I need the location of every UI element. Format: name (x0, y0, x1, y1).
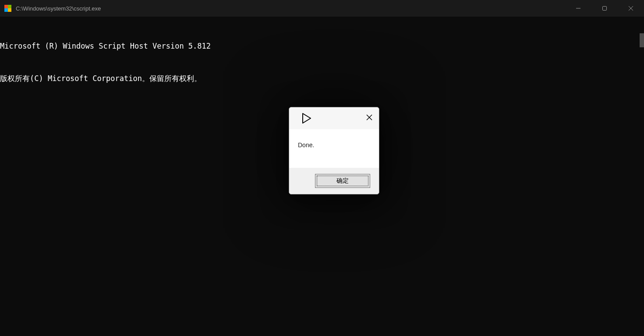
dialog-message: Done. (298, 141, 314, 149)
console-line: 版权所有(C) Microsoft Corporation。保留所有权利。 (0, 73, 644, 84)
app-icon (4, 5, 11, 12)
svg-rect-1 (603, 7, 607, 11)
play-icon (301, 113, 312, 124)
ok-button[interactable]: 确定 (315, 174, 370, 188)
dialog-body: Done. (289, 129, 379, 168)
dialog-close-button[interactable] (364, 112, 375, 124)
message-dialog: Done. 确定 (289, 107, 379, 195)
title-left: C:\Windows\system32\cscript.exe (4, 5, 101, 12)
dialog-footer: 确定 (289, 168, 379, 194)
dialog-header[interactable] (289, 107, 379, 129)
close-button[interactable] (618, 0, 644, 17)
window-controls (565, 0, 644, 17)
scrollbar-thumb[interactable] (640, 33, 644, 47)
title-bar: C:\Windows\system32\cscript.exe (0, 0, 644, 17)
console-output: Microsoft (R) Windows Script Host Versio… (0, 17, 644, 95)
window-title: C:\Windows\system32\cscript.exe (16, 5, 101, 12)
minimize-button[interactable] (565, 0, 591, 17)
console-line: Microsoft (R) Windows Script Host Versio… (0, 41, 644, 52)
maximize-button[interactable] (591, 0, 618, 17)
